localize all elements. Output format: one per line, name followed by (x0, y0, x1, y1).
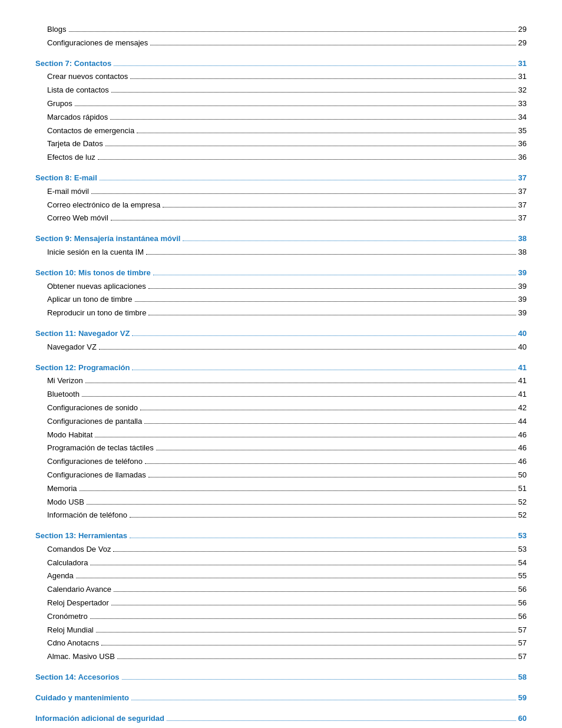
toc-label: Modo Habitat (47, 429, 92, 442)
toc-page: 31 (518, 58, 527, 70)
toc-label: Inicie sesión en la cuenta IM (47, 246, 144, 259)
toc-label: Agenda (47, 570, 74, 582)
toc-entry: E-mail móvil37 (35, 186, 527, 198)
toc-label: Modo USB (47, 496, 84, 509)
toc-page: 60 (518, 713, 527, 725)
toc-dots (132, 370, 515, 370)
toc-label: Mi Verizon (47, 375, 83, 387)
toc-dots (111, 220, 516, 220)
toc-label: Comandos De Voz (47, 543, 111, 556)
toc-page: 37 (518, 212, 527, 225)
toc-label: Almac. Masivo USB (47, 651, 115, 663)
toc-dots (131, 700, 516, 700)
toc-entry: Contactos de emergencia35 (35, 125, 527, 137)
toc-label: Section 11: Navegador VZ (35, 328, 130, 340)
toc-entry: Correo Web móvil37 (35, 212, 527, 225)
toc-page: 50 (518, 469, 527, 482)
toc-entry: Lista de contactos32 (35, 84, 527, 97)
toc-page: 38 (518, 246, 527, 259)
toc-entry: Almac. Masivo USB57 (35, 651, 527, 663)
toc-dots (114, 65, 515, 66)
toc-dots (111, 605, 516, 605)
toc-entry: Section 8: E-mail37 (35, 172, 527, 185)
toc-label: Section 8: E-mail (35, 172, 97, 185)
toc-label: Efectos de luz (47, 151, 95, 164)
toc-dots (76, 578, 516, 578)
toc-page: 57 (518, 624, 527, 637)
toc-dots (130, 538, 515, 538)
toc-dots (146, 254, 515, 255)
toc-dots (99, 349, 516, 350)
toc-page: 41 (518, 362, 527, 374)
toc-dots (148, 315, 515, 315)
toc-page: 56 (518, 597, 527, 610)
toc-label: Configuraciones de sonido (47, 402, 138, 414)
toc-label: Navegador VZ (47, 341, 97, 354)
toc-dots (148, 477, 516, 477)
toc-page: 37 (518, 199, 527, 212)
toc-dots (87, 504, 516, 505)
toc-label: Reloj Despertador (47, 597, 109, 610)
toc-label: Contactos de emergencia (47, 125, 134, 137)
toc-label: Configuraciones de mensajes (47, 37, 148, 50)
toc-page: 59 (518, 692, 527, 704)
toc-page: 57 (518, 637, 527, 650)
toc-entry: Section 14: Accesorios58 (35, 671, 527, 684)
toc-dots (130, 78, 515, 79)
toc-page: 54 (518, 557, 527, 569)
toc-page: 42 (518, 402, 527, 414)
toc-entry: Calculadora54 (35, 557, 527, 569)
toc-entry: Mi Verizon41 (35, 375, 527, 387)
toc-label: E-mail móvil (47, 186, 89, 198)
toc-entry: Blogs29 (35, 24, 527, 36)
toc-label: Programación de teclas táctiles (47, 442, 154, 454)
toc-dots (183, 241, 515, 241)
toc-entry: Cdno Anotacns57 (35, 637, 527, 650)
toc-entry: Configuraciones de mensajes29 (35, 37, 527, 50)
toc-page: 41 (518, 388, 527, 401)
toc-dots (100, 180, 516, 180)
toc-label: Bluetooth (47, 388, 80, 401)
toc-label: Configuraciones de llamadas (47, 469, 146, 482)
toc-entry: Inicie sesión en la cuenta IM38 (35, 246, 527, 259)
toc-entry: Bluetooth41 (35, 388, 527, 401)
toc-entry: Cronómetro56 (35, 611, 527, 623)
toc-page: 38 (518, 233, 527, 245)
toc-dots (132, 335, 515, 336)
toc-label: Lista de contactos (47, 84, 109, 97)
toc-dots (114, 591, 516, 592)
toc-page: 55 (518, 570, 527, 582)
toc-entry: Agenda55 (35, 570, 527, 582)
toc-dots (113, 551, 515, 552)
toc-page: 56 (518, 611, 527, 623)
toc-entry: Configuraciones de pantalla44 (35, 416, 527, 428)
toc-entry: Modo Habitat46 (35, 429, 527, 442)
toc-page: 56 (518, 584, 527, 596)
toc-page: 32 (518, 84, 527, 97)
toc-entry: Correo electrónico de la empresa37 (35, 199, 527, 212)
toc-page: 58 (518, 671, 527, 684)
toc-entry: Reloj Mundial57 (35, 624, 527, 637)
toc-label: Section 12: Programación (35, 362, 130, 374)
toc-label: Reproducir un tono de timbre (47, 307, 146, 319)
toc-dots (85, 383, 516, 383)
toc-dots (148, 288, 516, 289)
toc-dots (82, 396, 516, 397)
toc-page: 44 (518, 416, 527, 428)
toc-entry: Cuidado y mantenimiento59 (35, 692, 527, 704)
toc-label: Aplicar un tono de timbre (47, 294, 133, 306)
toc-page: 39 (518, 307, 527, 319)
toc-label: Section 10: Mis tonos de timbre (35, 267, 151, 279)
toc-page: 31 (518, 71, 527, 83)
toc-entry: Efectos de luz36 (35, 151, 527, 164)
toc-label: Información adicional de seguridad (35, 713, 164, 725)
toc-entry: Reproducir un tono de timbre39 (35, 307, 527, 319)
toc-dots (145, 463, 516, 464)
toc-dots (163, 207, 515, 207)
toc-page: 46 (518, 456, 527, 468)
toc-entry: Reloj Despertador56 (35, 597, 527, 610)
toc-label: Section 7: Contactos (35, 58, 111, 70)
toc-label: Cdno Anotacns (47, 637, 99, 650)
toc-dots (111, 92, 516, 93)
toc-entry: Tarjeta de Datos36 (35, 138, 527, 150)
